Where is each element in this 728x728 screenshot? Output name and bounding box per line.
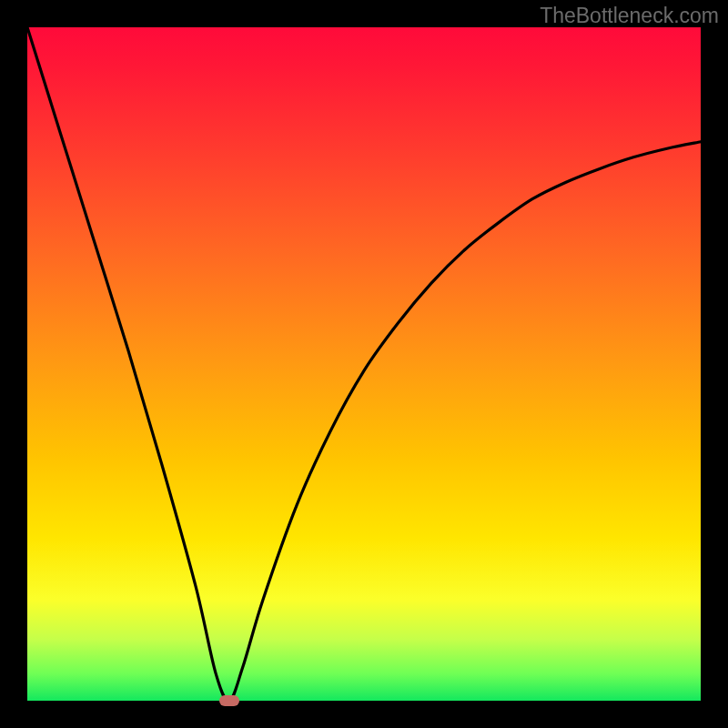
min-marker [219,695,239,706]
plot-area [27,27,701,701]
attribution-text: TheBottleneck.com [540,4,719,28]
bottleneck-curve [27,27,701,701]
chart-frame: TheBottleneck.com [0,0,728,728]
